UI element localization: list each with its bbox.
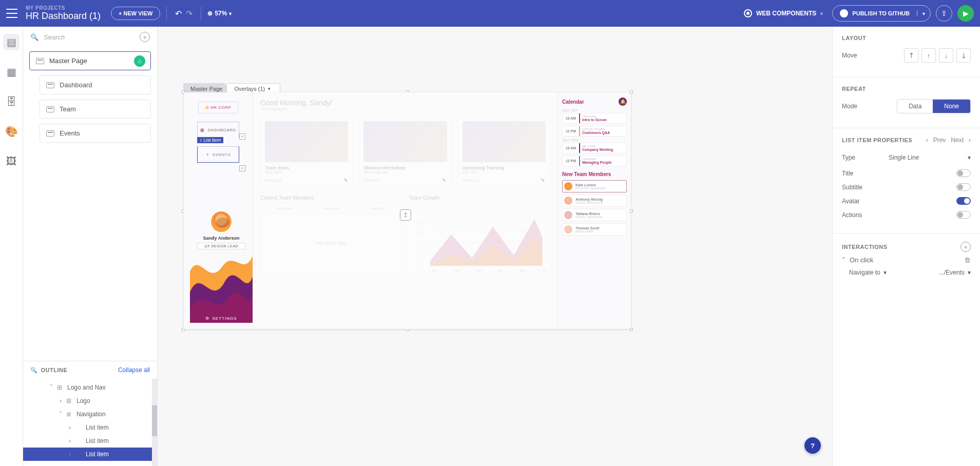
artboard[interactable]: HR CORP ▦DASHBOARD ↕List item ✦EVENTS + … bbox=[184, 92, 631, 329]
gear-icon: ⚙ bbox=[205, 316, 209, 321]
team-member-item[interactable]: Thomas ScottDEVELOPER bbox=[562, 223, 627, 236]
add-interaction-button[interactable]: + bbox=[960, 242, 971, 252]
calendar-item[interactable]: 12 PMOFFICE HOURSCustomers Q&A bbox=[562, 126, 627, 137]
search-icon: 🔍 bbox=[30, 33, 39, 41]
outline-row[interactable]: ˅≣Navigation bbox=[23, 407, 157, 421]
collapse-all-link[interactable]: Collapse all bbox=[118, 366, 150, 374]
home-badge-icon: ⌂ bbox=[134, 55, 145, 67]
move-bottom-button[interactable]: ⤓ bbox=[956, 48, 971, 63]
title-toggle[interactable] bbox=[956, 169, 971, 177]
rail-data-icon[interactable]: 🗄 bbox=[3, 93, 20, 110]
new-members-title: New Team Members bbox=[562, 171, 627, 177]
view-dashboard[interactable]: Dashboard bbox=[40, 75, 151, 94]
outline-header: 🔍OUTLINE Collapse all bbox=[23, 361, 157, 379]
highlight-card[interactable]: Upcoming TrainingJuly 2022DETAILS🔖 bbox=[458, 116, 550, 187]
project-block[interactable]: MY PROJECTS HR Dashboard (1) bbox=[26, 5, 101, 22]
interactions-section-title: INTERACTIONS bbox=[842, 244, 888, 250]
calendar-item[interactable]: 12 PMTRAININGManaging People bbox=[562, 156, 627, 166]
chevron-down-icon: ▾ bbox=[229, 11, 232, 16]
insert-below-button[interactable]: + bbox=[239, 165, 245, 171]
add-view-button[interactable]: + bbox=[140, 32, 150, 42]
framework-selector[interactable]: WEB COMPONENTS ▾ bbox=[744, 9, 823, 17]
prev-button[interactable]: Prev bbox=[933, 137, 946, 144]
view-master-page[interactable]: Master Page ⌂ bbox=[29, 51, 151, 70]
chevron-down-icon: ▾ bbox=[268, 86, 271, 91]
resize-handle[interactable] bbox=[630, 328, 633, 331]
rail-assets-icon[interactable]: 🖼 bbox=[3, 153, 20, 169]
rail-components-icon[interactable]: ▦ bbox=[3, 64, 20, 80]
outline-row[interactable]: ›List item bbox=[23, 434, 157, 448]
publish-github-button[interactable]: PUBLISH TO GITHUB ▾ bbox=[832, 5, 931, 22]
undo-icon[interactable]: ↶ bbox=[173, 7, 184, 21]
calendar-item[interactable]: 10 AMTRAININGIntro to Scrum bbox=[562, 113, 627, 124]
chevron-right-icon[interactable]: › bbox=[969, 137, 971, 144]
help-button[interactable]: ? bbox=[804, 437, 821, 454]
outline-row[interactable]: ›List item bbox=[23, 421, 157, 434]
play-icon: ▶ bbox=[963, 9, 969, 17]
svg-text:Jul: Jul bbox=[541, 269, 546, 273]
mode-none[interactable]: None bbox=[933, 100, 970, 113]
team-member-item[interactable]: Tatiana RiversVISUAL DESIGNER bbox=[562, 209, 627, 221]
resize-handle[interactable] bbox=[630, 209, 633, 212]
move-top-button[interactable]: ⤒ bbox=[904, 48, 918, 63]
move-down-button[interactable]: ↓ bbox=[939, 48, 953, 63]
design-canvas[interactable]: Master Page Overlays (1) ▾ HR CORP ▦DASH… bbox=[158, 27, 832, 466]
outline-row[interactable]: ›List item bbox=[23, 448, 157, 461]
outline-row[interactable]: ›⊞Logo bbox=[23, 394, 157, 407]
outline-row[interactable]: ˅⊞Logo and Nav bbox=[23, 381, 157, 394]
new-view-button[interactable]: + NEW VIEW bbox=[111, 7, 160, 20]
subtitle-toggle[interactable] bbox=[956, 183, 971, 191]
svg-text:Jan: Jan bbox=[432, 269, 437, 273]
next-button[interactable]: Next bbox=[951, 137, 964, 144]
bell-icon[interactable]: 🔔 bbox=[619, 98, 627, 106]
type-select[interactable]: Single Line ▾ bbox=[889, 152, 971, 163]
router-outlet-icon[interactable] bbox=[400, 209, 411, 221]
avatar-toggle[interactable] bbox=[956, 197, 971, 205]
view-events[interactable]: Events bbox=[40, 124, 151, 143]
chevron-down-icon[interactable]: ▾ bbox=[917, 11, 930, 16]
insert-above-button[interactable]: + bbox=[239, 133, 245, 140]
mode-data[interactable]: Data bbox=[897, 100, 933, 113]
view-team[interactable]: Team bbox=[40, 100, 151, 119]
highlight-card[interactable]: Team Stats2010-2022DETAILS🔖 bbox=[260, 116, 353, 187]
design-settings-button[interactable]: ⚙SETTINGS bbox=[190, 316, 253, 321]
share-button[interactable]: ⇪ bbox=[936, 5, 952, 22]
members-section-title: Current Team Members bbox=[260, 195, 402, 201]
members-grid[interactable]: FirstName LastName HireDate Grid has no … bbox=[260, 204, 402, 276]
web-components-icon bbox=[744, 9, 752, 17]
trash-icon[interactable]: 🗑 bbox=[964, 256, 971, 264]
preview-button[interactable]: ▶ bbox=[957, 5, 974, 22]
redo-icon[interactable]: ↷ bbox=[184, 7, 195, 21]
interaction-onclick[interactable]: ˅ On click 🗑 bbox=[842, 256, 971, 264]
chevron-left-icon[interactable]: ‹ bbox=[926, 137, 928, 144]
target-select[interactable]: .../Events ▾ bbox=[939, 269, 971, 276]
rail-views-icon[interactable]: ▤ bbox=[3, 34, 20, 50]
calendar-item[interactable]: 10 AMHR CORPCompany Meeting bbox=[562, 143, 627, 153]
design-main-area: Good Morning, Sandy! Your Highlights Tea… bbox=[253, 92, 558, 329]
search-input[interactable] bbox=[43, 33, 136, 42]
svg-text:5: 5 bbox=[420, 231, 422, 235]
properties-panel: LAYOUT Move ⤒ ↑ ↓ ⤓ REPEAT Mode Data Non… bbox=[832, 27, 980, 466]
design-nav-dashboard[interactable]: ▦DASHBOARD bbox=[197, 122, 239, 138]
rail-theme-icon[interactable]: 🎨 bbox=[3, 123, 20, 140]
resize-handle[interactable] bbox=[630, 90, 633, 93]
action-select[interactable]: Navigate to ▾ bbox=[849, 269, 887, 276]
growth-chart[interactable]: 7 6 5 4 3 2 JanFebMarAprMayJul bbox=[409, 204, 551, 276]
hamburger-icon[interactable] bbox=[6, 9, 17, 18]
chevron-down-icon: ▾ bbox=[968, 154, 971, 161]
design-logo[interactable]: HR CORP bbox=[198, 102, 238, 113]
move-up-button[interactable]: ↑ bbox=[921, 48, 936, 63]
design-nav-events[interactable]: ✦EVENTS bbox=[197, 146, 239, 163]
chevron-down-icon: ˅ bbox=[842, 256, 846, 264]
magnifier-plus-icon: ⊕ bbox=[207, 10, 213, 17]
team-member-item[interactable]: Anthony MurraySALES ASSOCIATE bbox=[562, 195, 627, 207]
actions-toggle[interactable] bbox=[956, 211, 971, 219]
move-label: Move bbox=[842, 52, 857, 59]
design-sidebar: HR CORP ▦DASHBOARD ↕List item ✦EVENTS + … bbox=[184, 92, 253, 329]
highlight-card[interactable]: Ideation WorkshopView ProposalsDETAILS🔖 bbox=[359, 116, 451, 187]
profile-name: Sandy Anderson bbox=[190, 236, 253, 241]
zoom-control[interactable]: ⊕ 57% ▾ bbox=[207, 10, 232, 17]
mode-segmented[interactable]: Data None bbox=[897, 99, 971, 113]
scrollbar-thumb[interactable] bbox=[152, 405, 157, 436]
team-member-item[interactable]: Kate LorenzPRODUCT MANAGER bbox=[562, 180, 627, 192]
